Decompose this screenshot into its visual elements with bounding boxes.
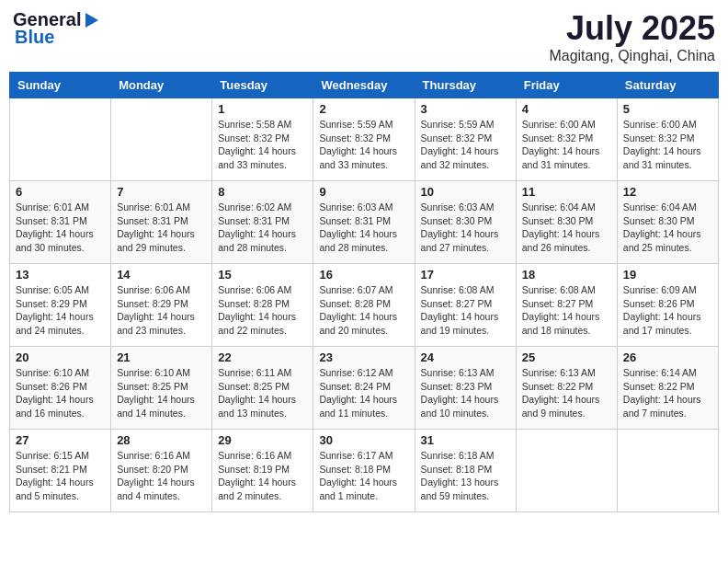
logo: General Blue — [13, 9, 99, 48]
calendar-cell: 3Sunrise: 5:59 AM Sunset: 8:32 PM Daylig… — [415, 98, 516, 181]
day-info: Sunrise: 6:04 AM Sunset: 8:30 PM Dayligh… — [522, 201, 611, 255]
month-title: July 2025 — [549, 9, 715, 48]
calendar-cell: 30Sunrise: 6:17 AM Sunset: 8:18 PM Dayli… — [313, 430, 415, 512]
day-info: Sunrise: 6:11 AM Sunset: 8:25 PM Dayligh… — [218, 366, 307, 420]
weekday-header: Monday — [111, 73, 212, 98]
day-info: Sunrise: 6:00 AM Sunset: 8:32 PM Dayligh… — [522, 118, 611, 172]
day-info: Sunrise: 6:03 AM Sunset: 8:30 PM Dayligh… — [421, 201, 510, 255]
calendar-week-row: 20Sunrise: 6:10 AM Sunset: 8:26 PM Dayli… — [10, 347, 719, 430]
day-info: Sunrise: 6:10 AM Sunset: 8:25 PM Dayligh… — [117, 366, 206, 420]
day-number: 6 — [16, 185, 105, 199]
day-info: Sunrise: 6:07 AM Sunset: 8:28 PM Dayligh… — [319, 283, 408, 338]
day-info: Sunrise: 6:09 AM Sunset: 8:26 PM Dayligh… — [623, 283, 712, 338]
calendar-cell: 1Sunrise: 5:58 AM Sunset: 8:32 PM Daylig… — [212, 98, 313, 181]
calendar-cell: 24Sunrise: 6:13 AM Sunset: 8:23 PM Dayli… — [415, 347, 516, 430]
calendar-cell: 7Sunrise: 6:01 AM Sunset: 8:31 PM Daylig… — [111, 181, 212, 264]
day-info: Sunrise: 6:05 AM Sunset: 8:29 PM Dayligh… — [16, 283, 105, 338]
day-number: 12 — [623, 185, 712, 199]
calendar-cell: 2Sunrise: 5:59 AM Sunset: 8:32 PM Daylig… — [313, 98, 415, 181]
day-number: 11 — [522, 185, 611, 199]
day-info: Sunrise: 6:16 AM Sunset: 8:19 PM Dayligh… — [218, 449, 307, 503]
day-info: Sunrise: 6:01 AM Sunset: 8:31 PM Dayligh… — [16, 201, 105, 255]
subtitle: Magitang, Qinghai, China — [549, 48, 715, 64]
day-number: 28 — [117, 433, 206, 447]
day-number: 22 — [218, 350, 307, 364]
day-info: Sunrise: 6:15 AM Sunset: 8:21 PM Dayligh… — [16, 449, 105, 503]
day-number: 25 — [522, 350, 611, 364]
calendar-week-row: 6Sunrise: 6:01 AM Sunset: 8:31 PM Daylig… — [10, 181, 719, 264]
calendar-week-row: 1Sunrise: 5:58 AM Sunset: 8:32 PM Daylig… — [10, 98, 719, 181]
day-number: 17 — [421, 268, 510, 282]
day-info: Sunrise: 6:14 AM Sunset: 8:22 PM Dayligh… — [623, 366, 712, 420]
calendar-cell: 12Sunrise: 6:04 AM Sunset: 8:30 PM Dayli… — [617, 181, 718, 264]
calendar-cell: 26Sunrise: 6:14 AM Sunset: 8:22 PM Dayli… — [617, 347, 718, 430]
day-number: 10 — [421, 185, 510, 199]
calendar-cell — [516, 430, 617, 512]
calendar-cell: 29Sunrise: 6:16 AM Sunset: 8:19 PM Dayli… — [212, 430, 313, 512]
day-number: 30 — [319, 433, 408, 447]
title-block: July 2025 Magitang, Qinghai, China — [549, 9, 715, 64]
day-info: Sunrise: 6:06 AM Sunset: 8:28 PM Dayligh… — [218, 283, 307, 338]
day-info: Sunrise: 6:08 AM Sunset: 8:27 PM Dayligh… — [421, 283, 510, 338]
day-number: 31 — [421, 433, 510, 447]
day-info: Sunrise: 6:03 AM Sunset: 8:31 PM Dayligh… — [319, 201, 408, 255]
calendar-cell — [111, 98, 212, 181]
calendar-cell — [617, 430, 718, 512]
day-info: Sunrise: 5:58 AM Sunset: 8:32 PM Dayligh… — [218, 118, 307, 172]
day-number: 7 — [117, 185, 206, 199]
weekday-header: Friday — [516, 73, 617, 98]
calendar-cell: 14Sunrise: 6:06 AM Sunset: 8:29 PM Dayli… — [111, 264, 212, 347]
calendar-cell: 20Sunrise: 6:10 AM Sunset: 8:26 PM Dayli… — [10, 347, 111, 430]
day-number: 13 — [16, 268, 105, 282]
day-info: Sunrise: 6:13 AM Sunset: 8:23 PM Dayligh… — [421, 366, 510, 420]
day-number: 29 — [218, 433, 307, 447]
calendar-cell: 9Sunrise: 6:03 AM Sunset: 8:31 PM Daylig… — [313, 181, 415, 264]
calendar-cell: 22Sunrise: 6:11 AM Sunset: 8:25 PM Dayli… — [212, 347, 313, 430]
day-number: 26 — [623, 350, 712, 364]
day-number: 14 — [117, 268, 206, 282]
weekday-header: Sunday — [10, 73, 111, 98]
logo-arrow-icon — [82, 13, 98, 28]
calendar-cell: 27Sunrise: 6:15 AM Sunset: 8:21 PM Dayli… — [10, 430, 111, 512]
calendar-cell: 25Sunrise: 6:13 AM Sunset: 8:22 PM Dayli… — [516, 347, 617, 430]
day-info: Sunrise: 6:18 AM Sunset: 8:18 PM Dayligh… — [421, 449, 510, 503]
weekday-header: Tuesday — [212, 73, 313, 98]
day-info: Sunrise: 6:01 AM Sunset: 8:31 PM Dayligh… — [117, 201, 206, 255]
day-number: 16 — [319, 268, 408, 282]
calendar-cell: 10Sunrise: 6:03 AM Sunset: 8:30 PM Dayli… — [415, 181, 516, 264]
calendar-cell: 16Sunrise: 6:07 AM Sunset: 8:28 PM Dayli… — [313, 264, 415, 347]
calendar-cell: 17Sunrise: 6:08 AM Sunset: 8:27 PM Dayli… — [415, 264, 516, 347]
calendar-cell: 19Sunrise: 6:09 AM Sunset: 8:26 PM Dayli… — [617, 264, 718, 347]
svg-marker-0 — [85, 13, 98, 28]
day-number: 19 — [623, 268, 712, 282]
day-number: 24 — [421, 350, 510, 364]
calendar-cell: 31Sunrise: 6:18 AM Sunset: 8:18 PM Dayli… — [415, 430, 516, 512]
day-number: 18 — [522, 268, 611, 282]
weekday-header: Thursday — [415, 73, 516, 98]
logo-blue: Blue — [15, 27, 54, 48]
day-info: Sunrise: 6:13 AM Sunset: 8:22 PM Dayligh… — [522, 366, 611, 420]
day-number: 1 — [218, 102, 307, 116]
calendar-cell: 18Sunrise: 6:08 AM Sunset: 8:27 PM Dayli… — [516, 264, 617, 347]
calendar-cell: 21Sunrise: 6:10 AM Sunset: 8:25 PM Dayli… — [111, 347, 212, 430]
day-number: 20 — [16, 350, 105, 364]
calendar-table: SundayMondayTuesdayWednesdayThursdayFrid… — [9, 72, 719, 512]
calendar-cell: 13Sunrise: 6:05 AM Sunset: 8:29 PM Dayli… — [10, 264, 111, 347]
weekday-header: Saturday — [617, 73, 718, 98]
calendar-cell: 8Sunrise: 6:02 AM Sunset: 8:31 PM Daylig… — [212, 181, 313, 264]
day-number: 15 — [218, 268, 307, 282]
calendar-cell: 28Sunrise: 6:16 AM Sunset: 8:20 PM Dayli… — [111, 430, 212, 512]
day-number: 9 — [319, 185, 408, 199]
day-number: 23 — [319, 350, 408, 364]
day-info: Sunrise: 6:12 AM Sunset: 8:24 PM Dayligh… — [319, 366, 408, 420]
calendar-cell: 5Sunrise: 6:00 AM Sunset: 8:32 PM Daylig… — [617, 98, 718, 181]
weekday-header-row: SundayMondayTuesdayWednesdayThursdayFrid… — [10, 73, 719, 98]
day-number: 21 — [117, 350, 206, 364]
day-number: 27 — [16, 433, 105, 447]
day-info: Sunrise: 6:08 AM Sunset: 8:27 PM Dayligh… — [522, 283, 611, 338]
day-number: 2 — [319, 102, 408, 116]
day-info: Sunrise: 6:10 AM Sunset: 8:26 PM Dayligh… — [16, 366, 105, 420]
weekday-header: Wednesday — [313, 73, 415, 98]
calendar-cell: 4Sunrise: 6:00 AM Sunset: 8:32 PM Daylig… — [516, 98, 617, 181]
day-number: 4 — [522, 102, 611, 116]
